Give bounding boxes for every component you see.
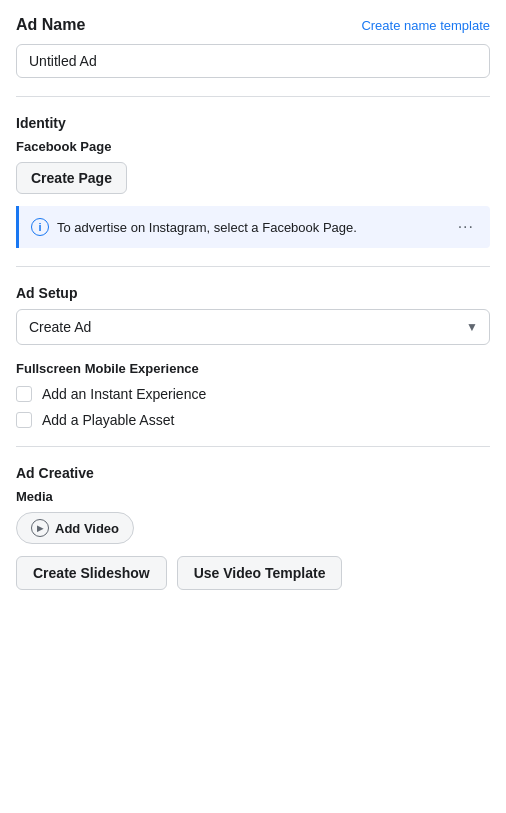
create-name-template-link[interactable]: Create name template [361,18,490,33]
checkbox-instant-experience[interactable] [16,386,32,402]
ad-setup-title: Ad Setup [16,285,490,301]
fullscreen-mobile-label: Fullscreen Mobile Experience [16,361,490,376]
ellipsis-button[interactable]: ··· [454,216,478,238]
checkbox-instant-experience-row: Add an Instant Experience [16,386,490,402]
create-slideshow-button[interactable]: Create Slideshow [16,556,167,590]
checkbox-playable-asset-label: Add a Playable Asset [42,412,174,428]
checkbox-playable-asset-row: Add a Playable Asset [16,412,490,428]
instagram-info-banner: i To advertise on Instagram, select a Fa… [16,206,490,248]
facebook-page-label: Facebook Page [16,139,490,154]
add-video-button[interactable]: ▶ Add Video [16,512,134,544]
identity-title: Identity [16,115,490,131]
ad-name-input[interactable] [16,44,490,78]
info-icon: i [31,218,49,236]
play-icon: ▶ [31,519,49,537]
divider-1 [16,96,490,97]
media-label: Media [16,489,490,504]
ad-name-title: Ad Name [16,16,85,34]
create-page-button[interactable]: Create Page [16,162,127,194]
ad-setup-dropdown[interactable]: Create Ad Use Existing Post [16,309,490,345]
divider-2 [16,266,490,267]
checkbox-instant-experience-label: Add an Instant Experience [42,386,206,402]
divider-3 [16,446,490,447]
info-banner-text: To advertise on Instagram, select a Face… [57,220,357,235]
ad-creative-title: Ad Creative [16,465,490,481]
use-video-template-button[interactable]: Use Video Template [177,556,343,590]
checkbox-playable-asset[interactable] [16,412,32,428]
